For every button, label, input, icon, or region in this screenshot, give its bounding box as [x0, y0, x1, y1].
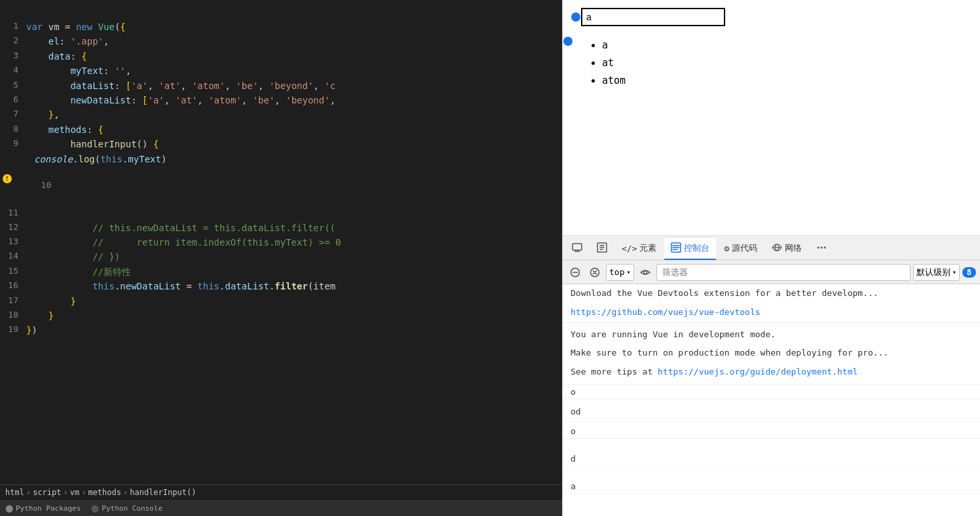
- tab-network[interactable]: 网络: [765, 238, 808, 260]
- console-icon: [671, 242, 681, 255]
- svg-point-12: [643, 270, 647, 274]
- log-level-label: 默认级别: [916, 267, 951, 278]
- console-message: You are running Vue in development mode.: [563, 325, 980, 344]
- code-line: 18 }: [0, 308, 562, 323]
- console-section: Download the Vue Devtools extension for …: [563, 284, 980, 323]
- tab-sources-label: 源代码: [732, 242, 757, 254]
- clear-console-button[interactable]: [567, 264, 584, 281]
- console-log-entry: o: [563, 385, 980, 399]
- list-item: atom: [602, 72, 967, 90]
- svg-point-8: [824, 246, 826, 248]
- preview-text-input[interactable]: a: [581, 8, 725, 26]
- tab-console-label: 控制台: [684, 242, 709, 254]
- console-filter-input[interactable]: [656, 264, 911, 281]
- tab-console[interactable]: 控制台: [664, 238, 716, 260]
- console-message: Download the Vue Devtools extension for …: [563, 284, 980, 303]
- svg-rect-0: [573, 244, 582, 250]
- console-log-entry: a: [563, 479, 980, 494]
- code-area: 1 var vm = new Vue({ 2 el: '.app', 3 dat…: [0, 0, 562, 485]
- code-line: 13 // return item.indexOf(this.myText) >…: [0, 235, 562, 249]
- code-line: 19 }): [0, 323, 562, 337]
- tab-sources[interactable]: ⚙ 源代码: [717, 238, 764, 259]
- code-line: 1 var vm = new Vue({: [0, 20, 562, 34]
- code-line: 7 },: [0, 107, 562, 122]
- elements-icon: </>: [622, 244, 637, 253]
- breadcrumb-item[interactable]: html: [5, 487, 24, 499]
- console-output[interactable]: Download the Vue Devtools extension for …: [563, 284, 980, 516]
- console-message-link: https://github.com/vuejs/vue-devtools: [563, 303, 980, 322]
- console-section: You are running Vue in development mode.…: [563, 323, 980, 385]
- code-line: [0, 5, 562, 20]
- breadcrumb: html › script › vm › methods › handlerIn…: [0, 485, 562, 500]
- breadcrumb-item[interactable]: methods: [88, 487, 121, 499]
- console-log-entry: od: [563, 405, 980, 419]
- code-line: 12 // this.newDataList = this.dataList.f…: [0, 221, 562, 235]
- svg-rect-1: [575, 251, 580, 252]
- preview-area: a a at atom: [563, 0, 980, 236]
- tab-inspect[interactable]: [590, 238, 614, 260]
- status-bar: ⬤ Python Packages ⬤ Python Console: [0, 500, 562, 516]
- console-message: Make sure to turn on production mode whe…: [563, 344, 980, 363]
- list-item: at: [602, 54, 967, 72]
- yellow-hint-icon: !: [3, 174, 12, 183]
- code-line: 11: [0, 206, 562, 221]
- more-tabs-icon: [816, 242, 827, 255]
- preview-list: a at atom: [589, 37, 967, 90]
- breadcrumb-item[interactable]: vm: [70, 487, 79, 499]
- code-line: 3 data: {: [0, 49, 562, 64]
- editor-panel: 1 var vm = new Vue({ 2 el: '.app', 3 dat…: [0, 0, 562, 516]
- console-log-entry: d: [563, 452, 980, 466]
- chevron-down-icon: ▾: [952, 268, 956, 276]
- devtools-link[interactable]: https://github.com/vuejs/vue-devtools: [571, 307, 761, 317]
- devtools-tabs: </> 元素 控制台 ⚙ 源代码 网络: [563, 236, 980, 261]
- code-line: 8 methods: {: [0, 122, 562, 137]
- log-level-selector[interactable]: 默认级别 ▾: [913, 264, 960, 281]
- network-icon: [772, 242, 782, 255]
- console-message: See more tips at https://vuejs.org/guide…: [563, 363, 980, 382]
- list-item: a: [602, 37, 967, 54]
- device-icon: [572, 242, 582, 255]
- tab-elements[interactable]: </> 元素: [615, 238, 663, 259]
- tab-network-label: 网络: [785, 242, 802, 254]
- code-line: 4 myText: '',: [0, 64, 562, 78]
- code-line: 5 dataList: ['a', 'at', 'atom', 'be', 'b…: [0, 79, 562, 93]
- stop-button[interactable]: [586, 264, 603, 281]
- tab-more[interactable]: [810, 238, 833, 260]
- deployment-link[interactable]: https://vuejs.org/guide/deployment.html: [658, 367, 857, 377]
- tab-device-toggle[interactable]: [565, 238, 589, 260]
- tab-elements-label: 元素: [639, 242, 656, 254]
- code-line: 16 this.newDataList = this.dataList.filt…: [0, 279, 562, 293]
- eye-button[interactable]: [637, 264, 654, 281]
- context-selector[interactable]: top ▾: [606, 264, 634, 281]
- message-count-badge: 8: [962, 267, 976, 278]
- code-line: 17 }: [0, 294, 562, 308]
- blue-dot-bottom: [563, 37, 573, 46]
- chevron-down-icon: ▾: [626, 268, 630, 276]
- breadcrumb-item[interactable]: script: [33, 487, 61, 499]
- preview-input-wrapper: a: [576, 8, 967, 26]
- context-selector-label: top: [609, 267, 624, 277]
- console-log-entry: o: [563, 424, 980, 439]
- blue-dot-top: [571, 12, 580, 22]
- inspect-icon: [597, 242, 607, 255]
- code-line-highlighted: ! 10 console.log(this.myText): [0, 152, 562, 206]
- code-line: 15 //新特性: [0, 265, 562, 279]
- code-line: 6 newDataList: ['a', 'at', 'atom', 'be',…: [0, 93, 562, 107]
- svg-point-6: [818, 246, 820, 248]
- devtools-toolbar: top ▾ 默认级别 ▾ 8: [563, 261, 980, 284]
- devtools-panel: a a at atom </> 元素 控制台: [562, 0, 980, 516]
- sources-icon: ⚙: [724, 244, 729, 253]
- code-line: 14 // }): [0, 249, 562, 264]
- breadcrumb-item[interactable]: handlerInput(): [130, 487, 196, 499]
- code-line: 2 el: '.app',: [0, 34, 562, 48]
- svg-point-7: [821, 246, 823, 248]
- code-line: 9 handlerInput() {: [0, 137, 562, 151]
